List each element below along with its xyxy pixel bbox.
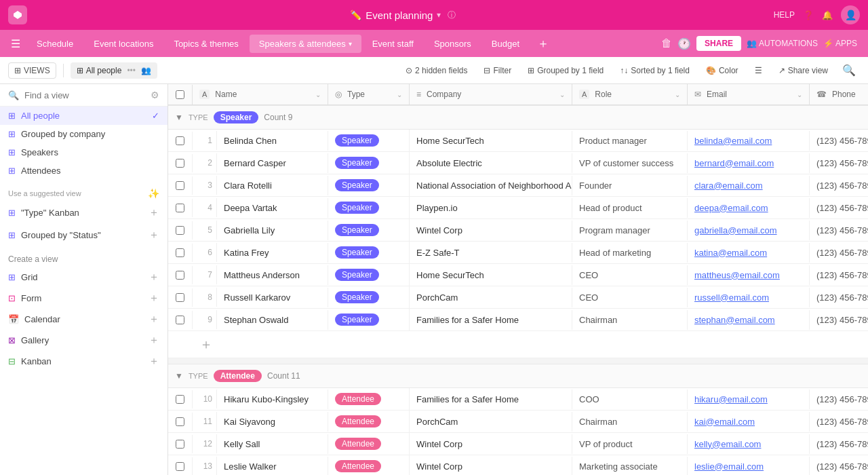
row-name[interactable]: Leslie Walker	[217, 457, 328, 476]
row-type[interactable]: Attendee	[328, 433, 410, 455]
sorted-btn[interactable]: ↑↓ Sorted by 1 field	[614, 62, 696, 79]
apps-btn[interactable]: ⚡ APPS	[823, 39, 857, 48]
dropdown-icon[interactable]: ▾	[437, 10, 441, 20]
add-form[interactable]: ＋	[149, 291, 159, 305]
row-name[interactable]: Kai Siyavong	[217, 412, 328, 432]
views-btn[interactable]: ⊞ VIEWS	[8, 62, 56, 79]
row-email[interactable]: deepa@email.com	[688, 198, 810, 218]
all-people-person-icon[interactable]: 👥	[141, 66, 151, 75]
share-view-btn[interactable]: ↗ Share view	[772, 62, 834, 79]
sidebar-item-grouped-company[interactable]: ⊞ Grouped by company	[0, 125, 167, 143]
row-name[interactable]: Kelly Sall	[217, 434, 328, 454]
row-checkbox[interactable]	[168, 176, 193, 195]
search-btn[interactable]: 🔍	[838, 61, 860, 79]
find-view-input[interactable]	[24, 90, 145, 100]
row-checkbox[interactable]	[168, 199, 193, 217]
row-type[interactable]: Speaker	[328, 242, 410, 263]
create-form-btn[interactable]: ⊡ Form ＋	[0, 288, 167, 309]
row-name[interactable]: Gabriella Lily	[217, 221, 328, 240]
row-type[interactable]: Speaker	[328, 174, 410, 196]
hamburger-icon[interactable]: ☰	[5, 37, 26, 50]
row-checkbox[interactable]	[168, 288, 193, 307]
color-btn[interactable]: 🎨 Color	[700, 62, 745, 79]
gear-icon[interactable]: ⚙	[151, 90, 159, 100]
row-email[interactable]: bernard@email.com	[688, 153, 810, 173]
create-kanban-btn[interactable]: ⊟ Kanban ＋	[0, 351, 167, 372]
row-name[interactable]: Clara Rotelli	[217, 176, 328, 195]
group-toggle-attendee[interactable]: ▼	[175, 371, 183, 381]
add-suggested-1[interactable]: ＋	[149, 206, 159, 220]
add-calendar[interactable]: ＋	[149, 312, 159, 326]
row-type[interactable]: Speaker	[328, 152, 410, 174]
row-email[interactable]: mattheus@email.com	[688, 265, 810, 285]
row-email[interactable]: russell@email.com	[688, 288, 810, 307]
row-email[interactable]: belinda@email.com	[688, 131, 810, 151]
tab-sponsors[interactable]: Sponsors	[425, 35, 481, 53]
automations-btn[interactable]: 👥 AUTOMATIONS	[747, 39, 818, 48]
row-checkbox[interactable]	[168, 221, 193, 240]
tab-event-staff[interactable]: Event staff	[363, 35, 423, 53]
row-checkbox[interactable]	[168, 435, 193, 453]
row-checkbox[interactable]	[168, 154, 193, 172]
row-type[interactable]: Attendee	[328, 411, 410, 432]
share-btn[interactable]: SHARE	[696, 36, 741, 51]
row-type[interactable]: Attendee	[328, 388, 410, 410]
th-checkbox[interactable]	[168, 85, 193, 104]
all-people-dots[interactable]: •••	[127, 66, 136, 75]
tab-event-locations[interactable]: Event locations	[84, 35, 163, 53]
sidebar-item-attendees[interactable]: ⊞ Attendees	[0, 162, 167, 180]
row-email[interactable]: hikaru@email.com	[688, 390, 810, 409]
row-email[interactable]: clara@email.com	[688, 176, 810, 195]
row-type[interactable]: Speaker	[328, 264, 410, 286]
th-name[interactable]: A Name ⌄	[193, 84, 328, 104]
grouped-btn[interactable]: ⊞ Grouped by 1 field	[521, 62, 610, 79]
row-checkbox[interactable]	[168, 244, 193, 262]
row-name[interactable]: Stephan Oswald	[217, 310, 328, 330]
th-email[interactable]: ✉ Email ⌄	[688, 84, 810, 104]
row-email[interactable]: gabriella@email.com	[688, 221, 810, 240]
row-type[interactable]: Speaker	[328, 197, 410, 218]
create-calendar-btn[interactable]: 📅 Calendar ＋	[0, 309, 167, 330]
th-phone[interactable]: ☎ Phone ⌄	[810, 84, 868, 104]
row-name[interactable]: Belinda Chen	[217, 131, 328, 151]
th-company[interactable]: ≡ Company ⌄	[410, 84, 572, 104]
tab-speakers-attendees[interactable]: Speakers & attendees ▾	[250, 35, 361, 53]
row-height-btn[interactable]: ☰	[749, 62, 768, 79]
info-icon[interactable]: ⓘ	[448, 10, 456, 21]
row-type[interactable]: Speaker	[328, 286, 410, 308]
row-checkbox[interactable]	[168, 132, 193, 150]
bell-icon[interactable]: 🔔	[822, 10, 833, 20]
add-grid[interactable]: ＋	[149, 270, 159, 284]
row-checkbox[interactable]	[168, 390, 193, 408]
row-type[interactable]: Speaker	[328, 219, 410, 241]
history-icon[interactable]: 🕐	[677, 37, 691, 50]
add-tab-btn[interactable]: ＋	[530, 34, 556, 53]
row-checkbox[interactable]	[168, 311, 193, 329]
row-type[interactable]: Speaker	[328, 309, 410, 330]
create-gallery-btn[interactable]: ⊠ Gallery ＋	[0, 330, 167, 351]
row-name[interactable]: Deepa Vartak	[217, 198, 328, 218]
add-kanban[interactable]: ＋	[149, 354, 159, 368]
add-suggested-2[interactable]: ＋	[149, 228, 159, 242]
help-btn[interactable]: HELP	[774, 10, 795, 20]
row-name[interactable]: Hikaru Kubo-Kingsley	[217, 390, 328, 409]
row-email[interactable]: kai@email.com	[688, 412, 810, 432]
row-email[interactable]: stephan@email.com	[688, 310, 810, 330]
tab-topics-themes[interactable]: Topics & themes	[164, 35, 248, 53]
select-all-checkbox[interactable]	[176, 90, 184, 99]
add-gallery[interactable]: ＋	[149, 333, 159, 347]
row-email[interactable]: katina@email.com	[688, 243, 810, 263]
suggested-item-grouped-status[interactable]: ⊞ Grouped by "Status" ＋	[0, 224, 167, 246]
row-name[interactable]: Bernard Casper	[217, 153, 328, 173]
hidden-fields-btn[interactable]: ⊙ 2 hidden fields	[399, 62, 473, 79]
row-type[interactable]: Attendee	[328, 455, 410, 475]
row-checkbox[interactable]	[168, 413, 193, 431]
filter-btn[interactable]: ⊟ Filter	[477, 62, 517, 79]
app-logo[interactable]	[8, 5, 27, 24]
add-speaker-row-btn[interactable]: ＋	[168, 331, 868, 358]
row-email[interactable]: kelly@email.com	[688, 434, 810, 454]
th-type[interactable]: ◎ Type ⌄	[328, 84, 410, 104]
group-toggle-speaker[interactable]: ▼	[175, 113, 183, 122]
avatar[interactable]: 👤	[841, 5, 860, 24]
suggested-item-kanban-type[interactable]: ⊞ "Type" Kanban ＋	[0, 202, 167, 224]
